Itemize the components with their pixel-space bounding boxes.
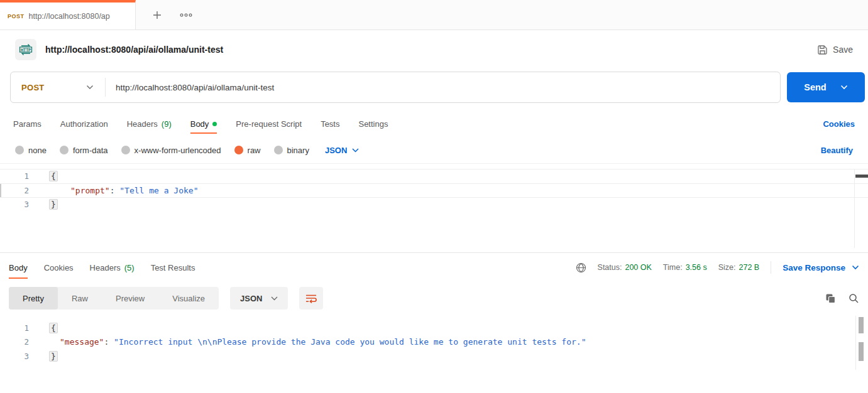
code-line: 3 } <box>0 349 868 363</box>
view-visualize[interactable]: Visualize <box>158 287 219 310</box>
radio-icon <box>60 146 69 154</box>
body-type-none[interactable]: none <box>15 146 47 155</box>
beautify-link[interactable]: Beautify <box>821 146 853 155</box>
svg-text:HTTP: HTTP <box>21 48 31 52</box>
body-type-row: none form-data x-www-form-urlencoded raw… <box>0 137 868 163</box>
line-number: 2 <box>0 337 39 347</box>
view-pretty[interactable]: Pretty <box>9 287 58 310</box>
chevron-down-icon <box>86 85 94 90</box>
body-modified-dot <box>212 122 217 126</box>
scrollbar-thumb[interactable] <box>859 342 864 361</box>
time-pair: Time: 3.56 s <box>663 263 707 272</box>
request-tab[interactable]: POST http://localhost:8080/ap <box>0 0 136 30</box>
copy-icon <box>825 293 836 304</box>
plus-icon <box>152 10 162 20</box>
copy-response-button[interactable] <box>825 293 836 304</box>
request-body-editor[interactable]: 1 { 2 "prompt": "Tell me a Joke" 3 } <box>0 163 868 252</box>
body-type-x-www-form-urlencoded[interactable]: x-www-form-urlencoded <box>121 146 221 155</box>
body-type-raw[interactable]: raw <box>234 146 261 155</box>
editor-scrollbar[interactable] <box>854 170 868 248</box>
radio-icon <box>121 146 130 154</box>
tab-tests[interactable]: Tests <box>321 110 339 137</box>
tab-headers[interactable]: Headers(9) <box>127 110 172 137</box>
open-brace: { <box>49 171 58 181</box>
status-pair: Status: 200 OK <box>598 263 652 272</box>
tab-authorization[interactable]: Authorization <box>60 110 108 137</box>
open-brace: { <box>49 323 58 333</box>
code-line: 1 { <box>0 169 868 183</box>
cookies-link[interactable]: Cookies <box>823 110 855 137</box>
headers-count-badge: (9) <box>162 119 172 129</box>
new-tab-button[interactable] <box>152 10 162 20</box>
tab-method-label: POST <box>8 13 25 19</box>
scrollbar-thumb[interactable] <box>859 317 864 333</box>
radio-icon <box>15 146 24 154</box>
chevron-down-icon <box>852 265 859 270</box>
method-label: POST <box>21 83 45 92</box>
close-brace: } <box>49 199 58 210</box>
response-body-editor[interactable]: 1 { 2 "message": "Incorrect input \n\nPl… <box>0 315 868 371</box>
time-value: 3.56 s <box>686 263 707 272</box>
body-type-form-data[interactable]: form-data <box>60 146 108 155</box>
send-options-chevron-icon[interactable] <box>840 85 848 90</box>
search-icon <box>849 293 859 304</box>
response-view-switch: Pretty Raw Preview Visualize <box>9 287 219 310</box>
code-line: 3 } <box>0 197 868 212</box>
body-language-select[interactable]: JSON <box>325 146 359 155</box>
line-number: 1 <box>0 323 39 333</box>
tab-settings[interactable]: Settings <box>358 110 388 137</box>
code-line: 2 "prompt": "Tell me a Joke" <box>0 183 868 198</box>
tab-options-button[interactable] <box>180 13 192 17</box>
more-icon <box>180 13 192 17</box>
save-label: Save <box>833 45 853 55</box>
chevron-down-icon <box>271 296 278 301</box>
wrap-line-button[interactable] <box>299 287 323 310</box>
response-tab-headers[interactable]: Headers(5) <box>90 253 135 282</box>
status-value: 200 OK <box>625 263 651 272</box>
url-row: POST http://localhost:8080/api/ai/ollama… <box>0 69 868 110</box>
body-type-binary[interactable]: binary <box>274 146 309 155</box>
view-preview[interactable]: Preview <box>102 287 158 310</box>
view-raw[interactable]: Raw <box>58 287 102 310</box>
save-icon <box>817 45 828 55</box>
close-brace: } <box>49 351 58 362</box>
response-scrollbar[interactable] <box>855 316 863 370</box>
radio-icon <box>274 146 283 154</box>
tab-params[interactable]: Params <box>13 110 41 137</box>
time-label: Time: <box>663 263 683 272</box>
response-toolbar: Pretty Raw Preview Visualize JSON <box>0 282 868 315</box>
response-tab-body[interactable]: Body <box>9 253 28 282</box>
tab-url-label: http://localhost:8080/ap <box>29 12 128 21</box>
method-select[interactable]: POST <box>11 83 105 92</box>
response-language-select[interactable]: JSON <box>230 287 288 310</box>
save-button[interactable]: Save <box>817 45 853 55</box>
request-tabs: Params Authorization Headers(9) Body Pre… <box>0 110 868 137</box>
url-input[interactable]: http://localhost:8080/api/ai/ollama/unit… <box>106 83 274 92</box>
size-pair: Size: 272 B <box>718 263 759 272</box>
meta-divider <box>771 261 771 274</box>
response-tab-test-results[interactable]: Test Results <box>151 253 195 282</box>
send-label: Send <box>804 82 826 92</box>
request-title-row: HTTP http://localhost:8080/api/ai/ollama… <box>0 30 868 69</box>
response-header: Body Cookies Headers(5) Test Results Sta… <box>0 253 868 282</box>
http-request-icon: HTTP <box>15 39 36 60</box>
response-headers-count-badge: (5) <box>124 263 135 272</box>
code-line: 1 { <box>0 321 868 335</box>
size-value: 272 B <box>739 263 760 272</box>
tab-pre-request-script[interactable]: Pre-request Script <box>236 110 302 137</box>
chevron-down-icon <box>352 148 359 153</box>
request-title: http://localhost:8080/api/ai/ollama/unit… <box>45 45 223 55</box>
save-response-button[interactable]: Save Response <box>783 263 859 272</box>
tab-strip: POST http://localhost:8080/ap <box>0 0 868 30</box>
scrollbar-thumb[interactable] <box>855 175 868 178</box>
line-number: 2 <box>0 186 39 195</box>
response-meta: Status: 200 OK Time: 3.56 s Size: 272 B … <box>576 253 859 282</box>
code-line: 2 "message": "Incorrect input \n\nPlease… <box>0 335 868 350</box>
network-globe-icon[interactable] <box>576 262 586 273</box>
search-response-button[interactable] <box>849 293 859 304</box>
response-tab-cookies[interactable]: Cookies <box>44 253 74 282</box>
send-button[interactable]: Send <box>787 72 865 102</box>
tab-body[interactable]: Body <box>190 110 217 137</box>
line-number: 3 <box>0 200 39 209</box>
line-number: 1 <box>0 171 39 181</box>
